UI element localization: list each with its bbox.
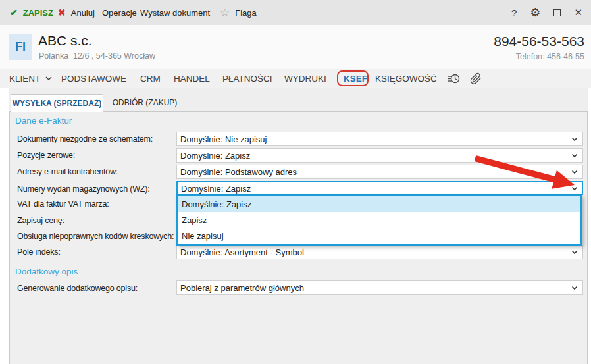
tab-wydruki[interactable]: WYDRUKI — [284, 69, 326, 88]
issue-document-label: Wystaw dokument — [140, 8, 210, 18]
chevron-down-icon — [571, 250, 578, 255]
dropdown-option-2[interactable]: Nie zapisuj — [178, 228, 580, 244]
tab-klient[interactable]: KLIENT — [9, 69, 53, 88]
row-label-4: VAT dla faktur VAT marża: — [17, 199, 109, 209]
section-dane-efaktur: Dane e-Faktur — [15, 116, 72, 126]
toolbar: ✔ ZAPISZ ✖ Anuluj Operacje Wystaw dokume… — [0, 0, 591, 25]
ksef-highlight-annotation — [337, 70, 369, 86]
ksef-settings-panel: Dane e-Faktur Dokumenty niezgodne ze sch… — [9, 111, 588, 364]
combo-numery-wydan[interactable]: Domyślnie: Zapisz — [176, 181, 583, 195]
subtab-wysylka[interactable]: WYSYŁKA (SPRZEDAŻ) — [11, 94, 103, 112]
row-label-0: Dokumenty niezgodne ze schematem: — [17, 134, 153, 143]
tab-podstawowe[interactable]: PODSTAWOWE — [61, 69, 126, 88]
row-label-7: Pole indeks: — [17, 247, 61, 257]
phone-number: Telefon: 456-46-55 — [516, 52, 584, 61]
combo-pole-indeks[interactable]: Domyślnie: Asortyment - Symbol — [176, 245, 583, 259]
company-address: Polanka 12/6 , 54-365 Wrocław — [39, 51, 155, 61]
header: FI ABC s.c. Polanka 12/6 , 54-365 Wrocła… — [0, 25, 591, 69]
combo-generowanie-opisu[interactable]: Pobieraj z parametrów głównych — [176, 280, 583, 295]
star-icon: ☆ — [220, 6, 230, 20]
company-name: ABC s.c. — [38, 33, 92, 49]
issue-document-button[interactable]: Wystaw dokument — [140, 0, 210, 25]
cancel-button[interactable]: ✖ Anuluj — [58, 0, 95, 25]
row-label-1: Pozycje zerowe: — [17, 151, 75, 160]
operations-button[interactable]: Operacje — [102, 0, 137, 25]
x-icon: ✖ — [58, 7, 66, 18]
section-dodatkowy-opis: Dodatkowy opis — [15, 267, 78, 276]
close-button[interactable]: ✕ — [574, 7, 582, 18]
row-label-5: Zapisuj cenę: — [17, 216, 64, 225]
paperclip-icon[interactable] — [470, 72, 482, 85]
operations-label: Operacje — [102, 8, 137, 18]
dropdown-option-0[interactable]: Domyślnie: Zapisz — [178, 196, 580, 212]
tax-id: 894-56-53-563 — [494, 34, 584, 49]
save-label: ZAPISZ — [23, 8, 53, 18]
combo-pozycje-zerowe[interactable]: Domyślnie: Zapisz — [176, 148, 583, 163]
cancel-label: Anuluj — [71, 8, 95, 18]
tab-bar: KLIENT PODSTAWOWE CRM HANDEL PŁATNOŚCI W… — [0, 69, 591, 88]
subtab-odbior[interactable]: ODBIÓR (ZAKUP) — [107, 94, 183, 111]
flag-label: Flaga — [235, 8, 257, 18]
tab-handel[interactable]: HANDEL — [174, 69, 210, 88]
row-label-3: Numery wydań magazynowych (WZ): — [17, 184, 150, 194]
avatar: FI — [9, 34, 32, 60]
maximize-button[interactable] — [553, 9, 561, 16]
row-label-2: Adresy e-mail kontrahentów: — [17, 167, 118, 176]
chevron-down-icon — [571, 170, 578, 174]
row-label-6: Obsługa niepoprawnych kodów kreskowych: — [17, 232, 174, 241]
row-label-generowanie: Generowanie dodatkowego opisu: — [17, 284, 138, 293]
check-icon: ✔ — [10, 7, 18, 18]
tab-ksiegowosc[interactable]: KSIĘGOWOŚĆ — [375, 69, 437, 88]
chevron-down-icon — [571, 153, 578, 158]
chevron-down-icon — [571, 186, 578, 191]
help-button[interactable]: ? — [511, 7, 517, 18]
tab-crm[interactable]: CRM — [140, 69, 161, 88]
chevron-down-icon — [571, 286, 578, 290]
history-icon[interactable] — [447, 72, 460, 85]
save-button[interactable]: ✔ ZAPISZ — [10, 0, 53, 25]
chevron-down-icon — [45, 76, 53, 81]
dropdown-list: Domyślnie: Zapisz Zapisz Nie zapisuj — [176, 195, 582, 246]
combo-dokumenty-niezgodne[interactable]: Domyślnie: Nie zapisuj — [176, 132, 583, 146]
chevron-down-icon — [571, 137, 578, 142]
tab-platnosci[interactable]: PŁATNOŚCI — [222, 69, 272, 88]
flag-button[interactable]: ☆ Flaga — [220, 0, 257, 25]
dropdown-option-1[interactable]: Zapisz — [178, 212, 580, 228]
combo-adresy-email[interactable]: Domyślnie: Podstawowy adres — [176, 165, 583, 179]
gear-icon[interactable]: ⚙ — [530, 5, 540, 20]
